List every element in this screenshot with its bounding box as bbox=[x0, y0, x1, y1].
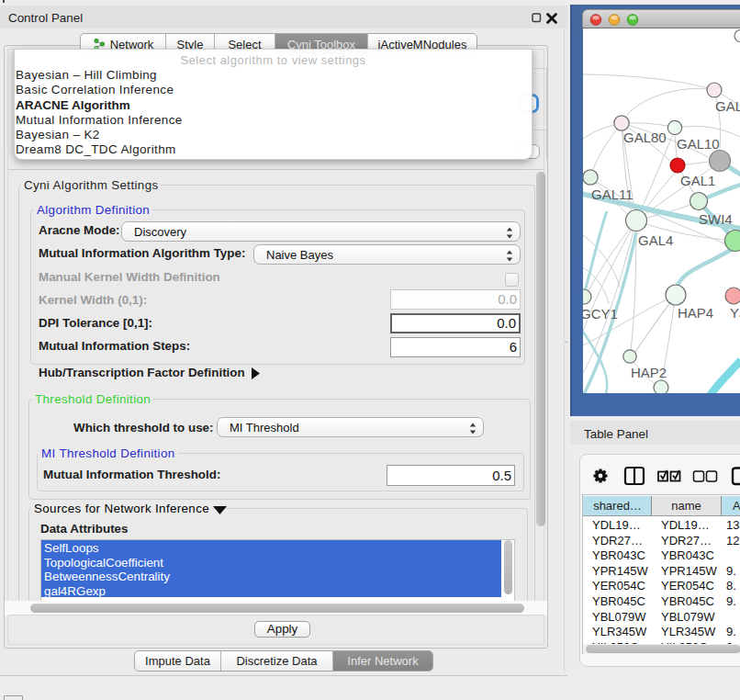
svg-text:HAP4: HAP4 bbox=[678, 305, 713, 321]
svg-text:GCY1: GCY1 bbox=[583, 306, 618, 322]
svg-text:GAL80: GAL80 bbox=[623, 130, 667, 145]
svg-text:GAL2: GAL2 bbox=[715, 98, 740, 114]
svg-text:YJ: YJ bbox=[730, 305, 740, 321]
svg-text:HAP2: HAP2 bbox=[631, 365, 667, 380]
svg-text:GAL4: GAL4 bbox=[638, 232, 673, 248]
svg-text:GAL11: GAL11 bbox=[591, 186, 633, 202]
svg-text:GAL1: GAL1 bbox=[680, 173, 715, 188]
svg-text:GAL10: GAL10 bbox=[677, 136, 720, 152]
svg-text:SWI4: SWI4 bbox=[699, 211, 733, 227]
